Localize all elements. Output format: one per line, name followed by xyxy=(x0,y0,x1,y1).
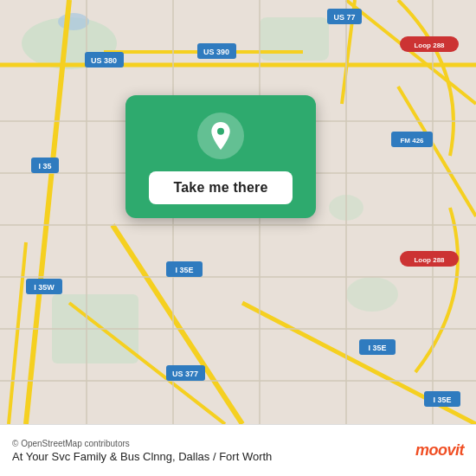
place-info: © OpenStreetMap contributors At Your Svc… xyxy=(12,439,272,463)
bottom-info-bar: © OpenStreetMap contributors At Your Svc… xyxy=(0,424,476,476)
svg-text:I 35E: I 35E xyxy=(175,266,193,274)
svg-text:Loop 288: Loop 288 xyxy=(414,42,445,49)
osm-attribution: © OpenStreetMap contributors xyxy=(12,439,272,448)
svg-text:US 77: US 77 xyxy=(333,13,355,22)
moovit-logo: moovit xyxy=(415,441,464,460)
moovit-brand-text: moovit xyxy=(415,441,464,460)
svg-text:Loop 288: Loop 288 xyxy=(414,256,445,264)
svg-text:I 35: I 35 xyxy=(38,162,51,170)
svg-text:FM 426: FM 426 xyxy=(400,137,424,145)
navigation-popup: Take me there xyxy=(125,95,316,218)
take-me-there-button[interactable]: Take me there xyxy=(149,171,292,204)
map-background: US 77 US 380 US 390 Loop 288 FM 426 I 35… xyxy=(0,0,476,424)
svg-point-4 xyxy=(346,277,398,312)
svg-text:US 390: US 390 xyxy=(203,48,229,56)
place-name-label: At Your Svc Family & Bus Clnng, Dallas /… xyxy=(12,450,272,463)
svg-point-6 xyxy=(58,13,89,30)
svg-text:I 35E: I 35E xyxy=(433,396,451,404)
svg-text:US 377: US 377 xyxy=(172,370,198,378)
svg-text:I 35W: I 35W xyxy=(34,283,55,292)
svg-rect-2 xyxy=(260,17,329,61)
svg-text:US 380: US 380 xyxy=(91,56,117,65)
location-pin-icon xyxy=(197,113,244,159)
svg-point-52 xyxy=(217,128,224,135)
svg-text:I 35E: I 35E xyxy=(368,344,386,352)
